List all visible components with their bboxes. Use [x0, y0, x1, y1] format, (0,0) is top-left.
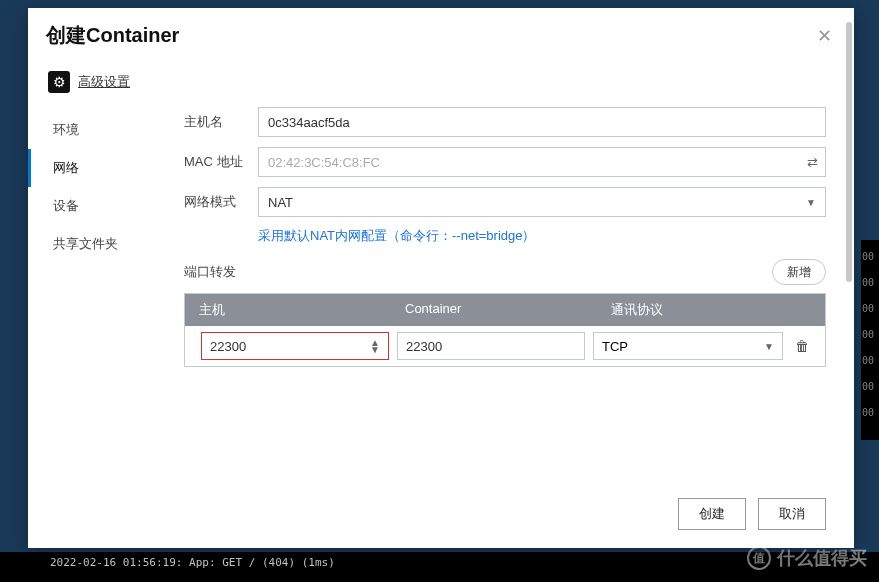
port-table-head: 主机 Container 通讯协议 — [185, 294, 825, 326]
cancel-button[interactable]: 取消 — [758, 498, 826, 530]
nat-hint-text: 采用默认NAT内网配置（命令行：--net=bridge） — [258, 227, 826, 245]
col-head-protocol: 通讯协议 — [597, 294, 825, 326]
mac-row: MAC 地址 ⇄ — [184, 147, 826, 177]
create-button[interactable]: 创建 — [678, 498, 746, 530]
modal-title: 创建Container — [46, 22, 179, 49]
watermark-text: 什么值得买 — [777, 546, 867, 570]
side-tabs: 环境 网络 设备 共享文件夹 — [28, 107, 156, 263]
advanced-settings-row: ⚙ 高级设置 — [28, 69, 854, 107]
netmode-value: NAT — [268, 195, 293, 210]
chevron-down-icon: ▼ — [764, 341, 774, 352]
tab-network[interactable]: 网络 — [28, 149, 156, 187]
advanced-settings-link[interactable]: 高级设置 — [78, 73, 130, 91]
modal-body: ⚙ 高级设置 环境 网络 设备 共享文件夹 主机名 MAC 地址 — [28, 57, 854, 484]
tab-device[interactable]: 设备 — [28, 187, 156, 225]
port-table-row: 22300 ▲▼ 22300 TCP ▼ 🗑 — [185, 326, 825, 366]
tab-environment[interactable]: 环境 — [28, 111, 156, 149]
col-head-container: Container — [391, 294, 597, 326]
mac-input[interactable] — [258, 147, 826, 177]
close-icon[interactable]: ✕ — [813, 23, 836, 49]
form-area: 主机名 MAC 地址 ⇄ 网络模式 NAT ▼ — [156, 107, 854, 367]
container-port-input[interactable]: 22300 — [397, 332, 585, 360]
hostname-input[interactable] — [258, 107, 826, 137]
chevron-down-icon: ▼ — [806, 197, 816, 208]
port-forward-label: 端口转发 — [184, 263, 236, 281]
create-container-modal: 创建Container ✕ ⚙ 高级设置 环境 网络 设备 共享文件夹 主机名 … — [28, 8, 854, 548]
hostname-row: 主机名 — [184, 107, 826, 137]
netmode-row: 网络模式 NAT ▼ — [184, 187, 826, 217]
gear-icon: ⚙ — [48, 71, 70, 93]
host-port-input[interactable]: 22300 ▲▼ — [201, 332, 389, 360]
hostname-label: 主机名 — [184, 113, 258, 131]
stepper-icon[interactable]: ▲▼ — [370, 339, 380, 353]
col-head-host: 主机 — [185, 294, 391, 326]
container-port-value: 22300 — [406, 339, 442, 354]
protocol-value: TCP — [602, 339, 628, 354]
mac-label: MAC 地址 — [184, 153, 258, 171]
modal-scrollbar[interactable] — [846, 57, 852, 484]
watermark-icon: 值 — [747, 546, 771, 570]
tab-shared-folder[interactable]: 共享文件夹 — [28, 225, 156, 263]
modal-header: 创建Container ✕ — [28, 8, 854, 57]
shuffle-icon[interactable]: ⇄ — [807, 155, 818, 170]
add-port-button[interactable]: 新增 — [772, 259, 826, 285]
trash-icon[interactable]: 🗑 — [791, 338, 813, 354]
modal-columns: 环境 网络 设备 共享文件夹 主机名 MAC 地址 ⇄ — [28, 107, 854, 367]
port-forward-header: 端口转发 新增 — [184, 259, 826, 285]
watermark: 值 什么值得买 — [747, 546, 867, 570]
netmode-label: 网络模式 — [184, 193, 258, 211]
host-port-value: 22300 — [210, 339, 246, 354]
modal-footer: 创建 取消 — [28, 484, 854, 548]
port-table: 主机 Container 通讯协议 22300 ▲▼ 22300 — [184, 293, 826, 367]
netmode-select[interactable]: NAT ▼ — [258, 187, 826, 217]
scrollbar-thumb[interactable] — [846, 57, 852, 282]
protocol-select[interactable]: TCP ▼ — [593, 332, 783, 360]
background-terminal-side: 00 00 00 00 00 00 00 — [861, 240, 879, 440]
